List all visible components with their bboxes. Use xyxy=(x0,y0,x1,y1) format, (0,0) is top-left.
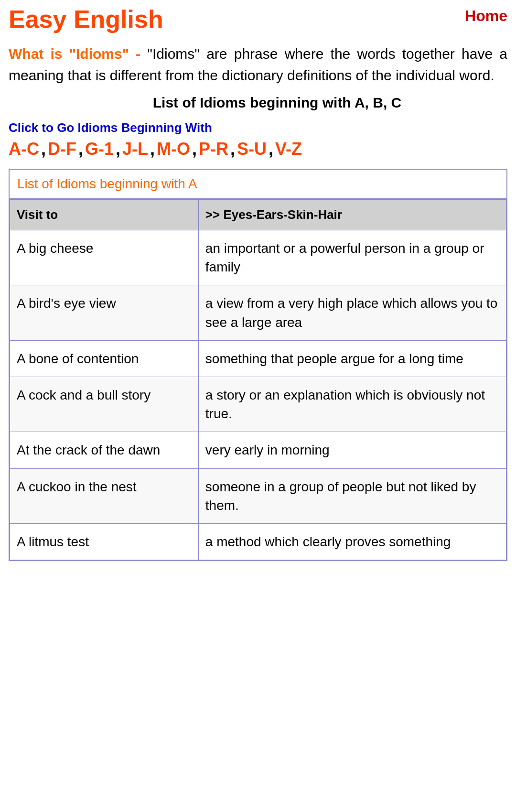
nav-link-s-u[interactable]: S-U xyxy=(237,139,267,159)
nav-link-a-c[interactable]: A-C xyxy=(9,139,39,159)
nav-link-d-f[interactable]: D-F xyxy=(48,139,76,159)
list-heading: List of Idioms beginning with A, B, C xyxy=(47,95,507,111)
nav-section: Click to Go Idioms Beginning With A-C,D-… xyxy=(9,120,507,159)
table-row: A big cheesean important or a powerful p… xyxy=(10,230,506,285)
intro-label: What is "Idioms" - xyxy=(9,46,140,62)
table-row: A cuckoo in the nestsomeone in a group o… xyxy=(10,468,506,523)
idiom-cell: A bone of contention xyxy=(10,340,199,377)
table-row: A bird's eye viewa view from a very high… xyxy=(10,285,506,340)
idiom-cell: A big cheese xyxy=(10,230,199,285)
nav-link-m-o[interactable]: M-O xyxy=(157,139,190,159)
home-link[interactable]: Home xyxy=(465,5,507,25)
table-body: A big cheesean important or a powerful p… xyxy=(10,230,506,560)
nav-link-v-z[interactable]: V-Z xyxy=(275,139,302,159)
nav-link-j-l[interactable]: J-L xyxy=(122,139,148,159)
nav-separator: , xyxy=(116,139,120,159)
meaning-cell: an important or a powerful person in a g… xyxy=(198,230,506,285)
meaning-cell: a story or an explanation which is obvio… xyxy=(198,377,506,432)
page-header: Easy English Home xyxy=(9,5,507,33)
idiom-cell: A litmus test xyxy=(10,523,199,560)
table-header-row: Visit to >> Eyes-Ears-Skin-Hair xyxy=(10,200,506,230)
table-section-header: List of Idioms beginning with A xyxy=(10,170,506,199)
idiom-cell: At the crack of the dawn xyxy=(10,432,199,468)
nav-link-p-r[interactable]: P-R xyxy=(199,139,228,159)
nav-link-g-1[interactable]: G-1 xyxy=(85,139,114,159)
idiom-cell: A bird's eye view xyxy=(10,285,199,340)
col-header-idiom: Visit to xyxy=(10,200,199,230)
idiom-cell: A cock and a bull story xyxy=(10,377,199,432)
nav-separator: , xyxy=(78,139,83,159)
nav-separator: , xyxy=(150,139,155,159)
idioms-table: Visit to >> Eyes-Ears-Skin-Hair A big ch… xyxy=(10,199,506,560)
intro-section: What is "Idioms" - "Idioms" are phrase w… xyxy=(9,43,507,111)
table-row: A cock and a bull storya story or an exp… xyxy=(10,377,506,432)
idioms-table-container: List of Idioms beginning with A Visit to… xyxy=(9,169,507,561)
table-row: A bone of contentionsomething that peopl… xyxy=(10,340,506,377)
nav-separator: , xyxy=(230,139,235,159)
meaning-cell: a view from a very high place which allo… xyxy=(198,285,506,340)
col-header-link[interactable]: >> Eyes-Ears-Skin-Hair xyxy=(198,200,506,230)
idiom-cell: A cuckoo in the nest xyxy=(10,468,199,523)
table-row: A litmus testa method which clearly prov… xyxy=(10,523,506,560)
nav-separator: , xyxy=(192,139,197,159)
meaning-cell: something that people argue for a long t… xyxy=(198,340,506,377)
nav-label: Click to Go Idioms Beginning With xyxy=(9,120,507,135)
nav-separator: , xyxy=(269,139,273,159)
meaning-cell: a method which clearly proves something xyxy=(198,523,506,560)
nav-links: A-C,D-F,G-1,J-L,M-O,P-R,S-U,V-Z xyxy=(9,139,507,159)
meaning-cell: very early in morning xyxy=(198,432,506,468)
meaning-cell: someone in a group of people but not lik… xyxy=(198,468,506,523)
table-row: At the crack of the dawnvery early in mo… xyxy=(10,432,506,468)
nav-separator: , xyxy=(41,139,46,159)
intro-paragraph: What is "Idioms" - "Idioms" are phrase w… xyxy=(9,43,507,86)
site-title: Easy English xyxy=(9,5,163,33)
